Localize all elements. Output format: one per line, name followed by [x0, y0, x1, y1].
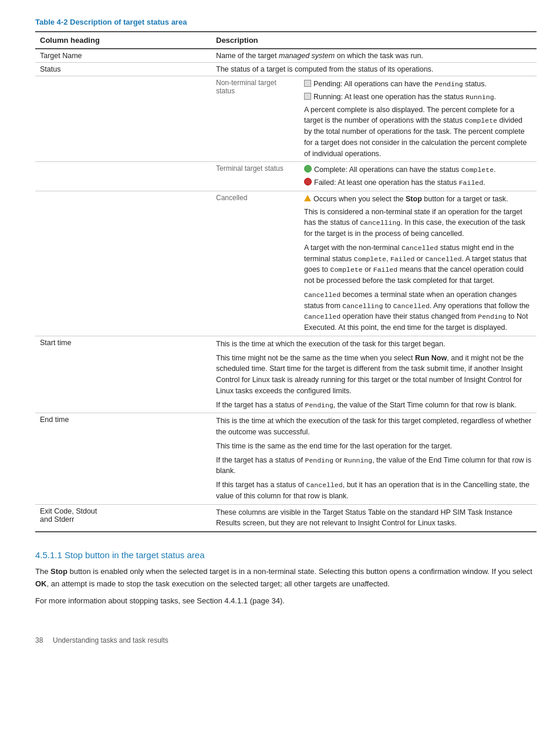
- table-row: Start time This is the time at which the…: [35, 336, 537, 413]
- table-row: Terminal target status Complete: All ope…: [35, 162, 537, 191]
- section-title: Stop button in the target status area: [65, 550, 205, 560]
- pending-code3: Pending: [305, 401, 333, 409]
- footer: 38 Understanding tasks and task results: [35, 636, 537, 644]
- row-label-empty2: [35, 162, 211, 191]
- complete-icon: [304, 165, 312, 173]
- run-now-bold: Run Now: [415, 354, 447, 362]
- running-text: Running: At least one operation has the …: [313, 92, 496, 103]
- ok-bold: OK: [35, 579, 47, 588]
- row-label-status: Status: [35, 63, 211, 76]
- end-time-para2: This time is the same as the end time fo…: [216, 441, 532, 452]
- cancelled-para2: A target with the non-terminal Cancelled…: [304, 242, 532, 286]
- sub-label-terminal: Terminal target status: [211, 162, 299, 191]
- end-time-para3: If the target has a status of Pending or…: [216, 455, 532, 477]
- cancelling-code2: Cancelling: [342, 302, 383, 310]
- page-number: 38: [35, 636, 43, 644]
- pending-text: Pending: All operations can have the Pen…: [313, 79, 487, 90]
- stop-bold: Stop: [406, 195, 422, 203]
- cancelled-code5: Cancelled: [304, 313, 340, 320]
- start-time-para1: This is the time at which the execution …: [216, 339, 532, 350]
- running-status-row: Running: At least one operation has the …: [304, 92, 532, 103]
- cancelled-code6: Cancelled: [306, 481, 343, 489]
- running-icon: [304, 93, 311, 100]
- complete-code4: Complete: [330, 266, 362, 274]
- cancelled-code2: Cancelled: [425, 255, 461, 263]
- row-desc-terminal: Complete: All operations can have the st…: [299, 162, 537, 191]
- row-desc-exit-code: These columns are visible in the Target …: [211, 504, 537, 532]
- pending-code: Pending: [434, 80, 463, 88]
- italic-text: managed system: [279, 52, 335, 60]
- complete-code: Complete: [465, 117, 497, 124]
- running-code: Running: [465, 93, 494, 101]
- end-time-para4: If this target has a status of Cancelled…: [216, 480, 532, 502]
- exit-code-para: These columns are visible in the Target …: [216, 507, 532, 529]
- table-row: Exit Code, Stdoutand Stderr These column…: [35, 504, 537, 532]
- row-label-target-name: Target Name: [35, 49, 211, 63]
- footer-label: Understanding tasks and task results: [53, 636, 168, 644]
- cancelled-stop-text: Occurs when you select the Stop button f…: [313, 194, 508, 205]
- table-title: Table 4-2 Description of target status a…: [35, 18, 537, 26]
- row-desc-non-terminal: Pending: All operations can have the Pen…: [299, 76, 537, 162]
- table-row: End time This is the time at which the e…: [35, 413, 537, 504]
- section-para2: For more information about stopping task…: [35, 595, 537, 607]
- cancelled-code1: Cancelled: [402, 244, 438, 252]
- row-desc-start-time: This is the time at which the execution …: [211, 336, 537, 413]
- failed-code3: Failed: [373, 266, 397, 274]
- table-row: Target Name Name of the target managed s…: [35, 49, 537, 63]
- cancelled-para1: This is considered a non-terminal state …: [304, 207, 532, 239]
- failed-code2: Failed: [390, 255, 414, 263]
- pending-icon: [304, 80, 311, 87]
- failed-status-row: Failed: At least one operation has the s…: [304, 177, 532, 188]
- failed-text: Failed: At least one operation has the s…: [314, 177, 485, 188]
- pending-status-row: Pending: All operations can have the Pen…: [304, 79, 532, 90]
- section-heading: 4.5.1.1 Stop button in the target status…: [35, 550, 537, 560]
- row-label-end-time: End time: [35, 413, 211, 504]
- cancelled-warn-row: Occurs when you select the Stop button f…: [304, 194, 532, 205]
- warning-icon: [304, 195, 311, 201]
- row-desc-end-time: This is the time at which the execution …: [211, 413, 537, 504]
- sub-label-cancelled: Cancelled: [211, 191, 299, 336]
- section-para1: The Stop button is enabled only when the…: [35, 566, 537, 590]
- description-table: Column heading Description Target Name N…: [35, 31, 537, 532]
- end-time-para1: This is the time at which the execution …: [216, 416, 532, 438]
- start-time-para2: This time might not be the same as the t…: [216, 353, 532, 397]
- pending-code4: Pending: [305, 457, 333, 464]
- table-row: Status The status of a target is compute…: [35, 63, 537, 76]
- row-desc-cancelled: Occurs when you select the Stop button f…: [299, 191, 537, 336]
- complete-code3: Complete: [354, 255, 386, 263]
- table-row: Non-terminal targetstatus Pending: All o…: [35, 76, 537, 162]
- cancelling-code1: Cancelling: [360, 219, 400, 227]
- pending-code2: Pending: [478, 313, 506, 320]
- stop-bold2: Stop: [50, 567, 68, 576]
- desc-text: Name of the target managed system on whi…: [216, 52, 423, 60]
- row-desc-status: The status of a target is computed from …: [211, 63, 537, 76]
- failed-code: Failed: [459, 179, 483, 187]
- col-heading-header: Column heading: [35, 32, 211, 49]
- complete-status-row: Complete: All operations can have the st…: [304, 164, 532, 175]
- table-row: Cancelled Occurs when you select the Sto…: [35, 191, 537, 336]
- row-label-empty3: [35, 191, 211, 336]
- running-code2: Running: [344, 457, 372, 464]
- cancelled-para3: Cancelled becomes a terminal state when …: [304, 289, 532, 333]
- col-description-header: Description: [211, 32, 537, 49]
- percent-complete-text: A percent complete is also displayed. Th…: [304, 104, 532, 160]
- row-label-start-time: Start time: [35, 336, 211, 413]
- cancelled-code4: Cancelled: [393, 302, 430, 310]
- cancelled-code3: Cancelled: [304, 291, 340, 299]
- failed-icon: [304, 178, 312, 185]
- complete-text: Complete: All operations can have the st…: [314, 164, 496, 175]
- section-number: 4.5.1.1: [35, 550, 62, 560]
- row-label-empty: [35, 76, 211, 162]
- start-time-para3: If the target has a status of Pending, t…: [216, 400, 532, 411]
- complete-code2: Complete: [461, 166, 494, 174]
- row-desc-target-name: Name of the target managed system on whi…: [211, 49, 537, 63]
- row-label-exit-code: Exit Code, Stdoutand Stderr: [35, 504, 211, 532]
- sub-label-non-terminal: Non-terminal targetstatus: [211, 76, 299, 162]
